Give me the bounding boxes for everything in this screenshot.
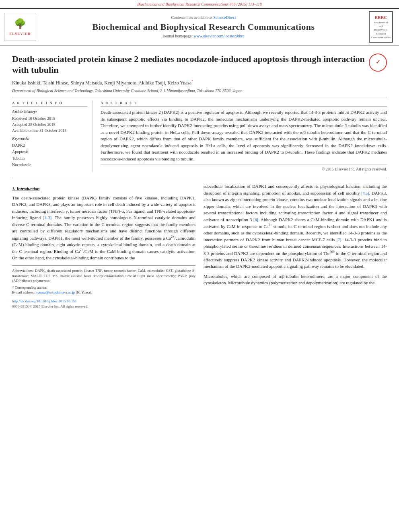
body-right-column: subcellular localization of DAPK1 and co…: [204, 183, 387, 310]
intro-right-para-2: Microtubules, which are composed of α/β-…: [204, 273, 387, 286]
corresponding-footnote: * Corresponding author.: [12, 285, 195, 290]
email-footnote: E-mail address: kyuasa@tokushima-u.ac.jp…: [12, 290, 195, 295]
crossmark-logo: ✓: [369, 53, 387, 72]
abbreviations-footnote: Abbreviations: DAPK, death-associated pr…: [12, 268, 195, 283]
article-title-section: Death-associated protein kinase 2 mediat…: [12, 53, 387, 76]
abstract-column: A B S T R A C T Death-associated protein…: [101, 101, 387, 173]
sciencedirect-line: Contents lists available at ScienceDirec…: [44, 15, 363, 21]
body-divider: [12, 178, 387, 178]
journal-homepage-link[interactable]: www.elsevier.com/locate/ybbrc: [194, 34, 245, 38]
available-date: Available online 31 October 2015: [12, 127, 87, 134]
intro-section-title: 1. Introduction: [12, 185, 195, 192]
journal-title-block: Contents lists available at ScienceDirec…: [44, 15, 363, 39]
journal-header: 🌳 ELSEVIER Contents lists available at S…: [0, 8, 399, 45]
bbrc-logo: BBRC BiochemicalandBiophysicalResearchCo…: [367, 11, 395, 43]
intro-left-para-1: The death-associated protein kinase (DAP…: [12, 195, 195, 261]
article-info-column: A R T I C L E I N F O Article history: R…: [12, 101, 93, 173]
body-left-column: 1. Introduction The death-associated pro…: [12, 183, 195, 310]
authors-line: Kinuka Isshiki, Taishi Hirase, Shinya Ma…: [12, 79, 387, 86]
keyword-3: Tubulin: [12, 155, 87, 162]
keyword-2: Apoptosis: [12, 149, 87, 155]
article-info-abstract-section: A R T I C L E I N F O Article history: R…: [12, 101, 387, 173]
body-content: 1. Introduction The death-associated pro…: [12, 183, 387, 310]
journal-full-title: Biochemical and Biophysical Research Com…: [44, 22, 363, 32]
email-link[interactable]: kyuasa@tokushima-u.ac.jp: [35, 290, 75, 294]
keyword-1: DAPK2: [12, 142, 87, 149]
intro-right-para-1: subcellular localization of DAPK1 and co…: [204, 183, 387, 270]
copyright-line: © 2015 Elsevier Inc. All rights reserved…: [101, 164, 387, 172]
issn-line: 0006-291X/© 2015 Elsevier Inc. All right…: [12, 304, 195, 310]
journal-citation-line: Biochemical and Biophysical Research Com…: [0, 0, 399, 8]
elsevier-tree-icon: 🌳: [14, 17, 26, 31]
journal-homepage-line: journal homepage: www.elsevier.com/locat…: [44, 33, 363, 39]
accepted-date: Accepted 28 October 2015: [12, 121, 87, 127]
corresponding-mark: *: [191, 79, 193, 83]
elsevier-logo: 🌳 ELSEVIER: [4, 13, 40, 41]
footnote-section: Abbreviations: DAPK, death-associated pr…: [12, 265, 195, 295]
main-content: Death-associated protein kinase 2 mediat…: [0, 45, 399, 314]
keyword-4: Nocodazole: [12, 162, 87, 168]
abstract-header: A B S T R A C T: [101, 101, 387, 107]
article-title: Death-associated protein kinase 2 mediat…: [12, 53, 365, 76]
header-divider: [12, 97, 387, 97]
affiliation-line: Department of Biological Science and Tec…: [12, 88, 387, 94]
doi-link[interactable]: http://dx.doi.org/10.1016/j.bbrc.2015.10…: [12, 299, 77, 303]
abstract-text: Death-associated protein kinase 2 (DAPK2…: [101, 109, 387, 162]
article-info-header: A R T I C L E I N F O: [12, 101, 87, 107]
received-date: Received 10 October 2015: [12, 115, 87, 121]
elsevier-brand-label: ELSEVIER: [9, 31, 31, 37]
keywords-label: Keywords:: [12, 136, 87, 142]
sciencedirect-link[interactable]: ScienceDirect: [213, 15, 236, 20]
article-history-label: Article history:: [12, 109, 87, 115]
